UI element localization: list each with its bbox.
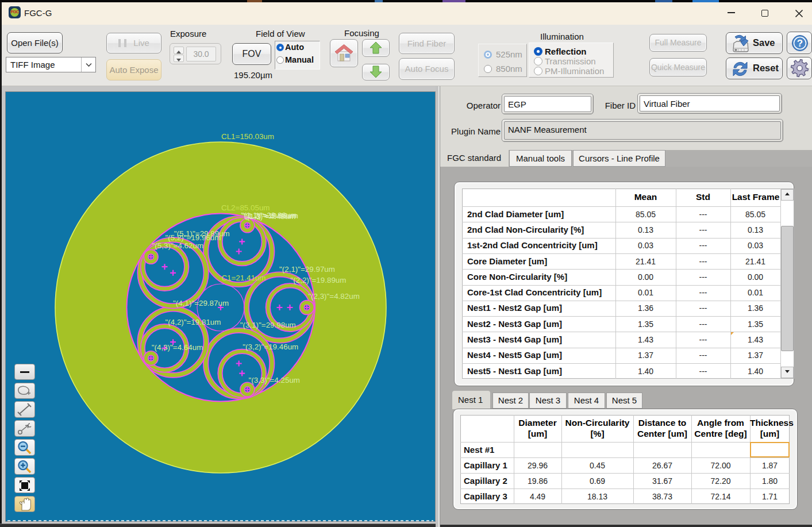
svg-text:"(4,2)"=19.81um: "(4,2)"=19.81um <box>166 318 221 326</box>
svg-text:"(1,3)"=4.48um: "(1,3)"=4.48um <box>244 212 296 221</box>
svg-text:"(5,3)"=4.62um: "(5,3)"=4.62um <box>152 241 204 250</box>
svg-text:?: ? <box>797 38 803 49</box>
svg-text:"(2,3)"=4.82um: "(2,3)"=4.82um <box>308 292 360 301</box>
svg-text:"(3,2)"=19.46um: "(3,2)"=19.46um <box>243 343 298 351</box>
svg-text:"(3,3)"=4.25um: "(3,3)"=4.25um <box>249 376 301 384</box>
svg-text:"(2,2)"=19.89um: "(2,2)"=19.89um <box>291 276 347 284</box>
svg-text:C1=21.41um: C1=21.41um <box>221 274 265 282</box>
svg-text:CL1=150.03um: CL1=150.03um <box>221 132 274 141</box>
svg-text:"(3,1)"=29.98um: "(3,1)"=29.98um <box>240 321 296 329</box>
svg-text:"(2,1)"=29.97um: "(2,1)"=29.97um <box>279 265 335 274</box>
svg-text:"(4,3)"=4.64um: "(4,3)"=4.64um <box>152 343 203 352</box>
svg-text:"(4,1)"=29.87um: "(4,1)"=29.87um <box>173 299 229 307</box>
svg-text:"(5,2)"=19.96um: "(5,2)"=19.96um <box>166 233 221 242</box>
